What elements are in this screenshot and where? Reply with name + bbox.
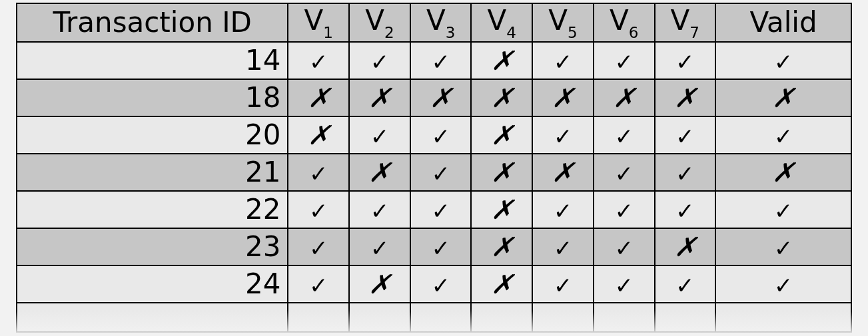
cell-v5: ✓	[532, 228, 594, 265]
cell-v3: ✓	[410, 154, 472, 191]
col-header-v3: V3	[410, 3, 472, 42]
cell-v1: ✓	[288, 228, 349, 265]
cell-empty	[288, 303, 349, 332]
cross-icon: ✗	[490, 84, 514, 111]
check-icon: ✓	[554, 274, 573, 297]
col-header-v6: V6	[594, 3, 655, 42]
check-icon: ✓	[675, 162, 695, 185]
cross-icon: ✗	[551, 84, 574, 111]
cell-v3: ✓	[410, 265, 472, 303]
table-row: 21✓✗✓✗✗✓✓✗	[17, 154, 851, 191]
col-header-v5: V5	[532, 3, 594, 42]
check-icon: ✓	[675, 274, 695, 297]
cross-icon: ✗	[490, 196, 514, 223]
cell-transaction-id: 18	[17, 79, 288, 116]
cell-v3: ✓	[410, 228, 472, 265]
cell-empty	[594, 303, 655, 332]
cell-v5: ✓	[532, 265, 594, 303]
cell-v2: ✓	[349, 191, 410, 228]
cross-icon: ✗	[368, 159, 391, 186]
cell-v5: ✓	[532, 116, 594, 154]
cell-v7: ✓	[655, 116, 716, 154]
cell-empty	[17, 303, 288, 332]
cell-v6: ✓	[594, 154, 655, 191]
col-header-transaction-id: Transaction ID	[17, 3, 288, 42]
cell-v4: ✗	[471, 191, 532, 228]
cell-v2: ✓	[349, 116, 410, 154]
cross-icon: ✗	[771, 84, 795, 111]
check-icon: ✓	[774, 125, 793, 148]
cross-icon: ✗	[673, 234, 697, 260]
cell-v5: ✓	[532, 42, 594, 79]
cell-transaction-id: 21	[17, 154, 288, 191]
cell-v4: ✗	[471, 265, 532, 303]
cell-v1: ✓	[288, 42, 349, 79]
cell-v4: ✗	[471, 42, 532, 79]
cell-valid: ✓	[715, 191, 851, 228]
cell-valid: ✗	[715, 79, 851, 116]
table-row	[17, 303, 851, 332]
col-header-v4: V4	[471, 3, 532, 42]
cell-valid: ✓	[715, 228, 851, 265]
cell-v6: ✓	[594, 191, 655, 228]
check-icon: ✓	[431, 200, 450, 222]
check-icon: ✓	[309, 162, 328, 185]
table-row: 24✓✗✓✗✓✓✓✓	[17, 265, 851, 303]
cell-empty	[471, 303, 532, 332]
cell-empty	[715, 303, 851, 332]
cell-v3: ✓	[410, 191, 472, 228]
table-body: 14✓✓✓✗✓✓✓✓18✗✗✗✗✗✗✗✗20✗✓✓✗✓✓✓✓21✓✗✓✗✗✓✓✗…	[17, 42, 851, 332]
cell-v7: ✓	[655, 42, 716, 79]
cell-v1: ✓	[288, 154, 349, 191]
cell-v7: ✓	[655, 154, 716, 191]
cell-v1: ✗	[288, 116, 349, 154]
check-icon: ✓	[370, 51, 390, 73]
cell-v2: ✗	[349, 79, 410, 116]
cell-v1: ✗	[288, 79, 349, 116]
cell-transaction-id: 24	[17, 265, 288, 303]
check-icon: ✓	[774, 51, 793, 73]
cell-v6: ✗	[594, 79, 655, 116]
cell-valid: ✓	[715, 116, 851, 154]
validation-table: Transaction ID V1 V2 V3 V4 V5 V6 V7 Vali…	[16, 3, 852, 333]
cell-transaction-id: 14	[17, 42, 288, 79]
check-icon: ✓	[614, 237, 634, 259]
cross-icon: ✗	[490, 47, 514, 74]
cross-icon: ✗	[429, 84, 452, 111]
check-icon: ✓	[675, 200, 695, 222]
cell-v6: ✓	[594, 42, 655, 79]
cross-icon: ✗	[612, 84, 636, 111]
col-header-v7: V7	[655, 3, 716, 42]
cell-v1: ✓	[288, 265, 349, 303]
check-icon: ✓	[309, 200, 328, 222]
cell-empty	[410, 303, 472, 332]
check-icon: ✓	[614, 125, 634, 148]
table-header-row: Transaction ID V1 V2 V3 V4 V5 V6 V7 Vali…	[17, 3, 851, 42]
cell-empty	[349, 303, 410, 332]
cell-v6: ✓	[594, 228, 655, 265]
check-icon: ✓	[554, 237, 573, 259]
cell-transaction-id: 22	[17, 191, 288, 228]
cell-v6: ✓	[594, 265, 655, 303]
check-icon: ✓	[614, 274, 634, 297]
check-icon: ✓	[431, 274, 450, 297]
cell-v5: ✗	[532, 154, 594, 191]
cell-v4: ✗	[471, 79, 532, 116]
check-icon: ✓	[309, 51, 328, 73]
check-icon: ✓	[774, 200, 793, 222]
cell-valid: ✓	[715, 42, 851, 79]
check-icon: ✓	[614, 200, 634, 222]
table-row: 23✓✓✓✗✓✓✗✓	[17, 228, 851, 265]
check-icon: ✓	[431, 125, 450, 148]
col-header-v1: V1	[288, 3, 349, 42]
cell-empty	[532, 303, 594, 332]
cell-v2: ✓	[349, 42, 410, 79]
col-header-valid: Valid	[715, 3, 851, 42]
cross-icon: ✗	[673, 84, 697, 111]
cell-transaction-id: 23	[17, 228, 288, 265]
cross-icon: ✗	[368, 84, 391, 111]
check-icon: ✓	[370, 200, 390, 222]
check-icon: ✓	[431, 237, 450, 259]
cell-v4: ✗	[471, 116, 532, 154]
cell-v3: ✓	[410, 42, 472, 79]
